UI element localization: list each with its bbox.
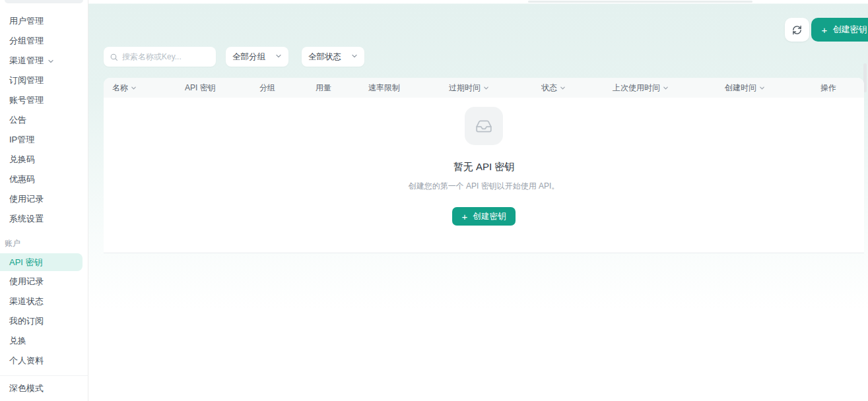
empty-state-subtitle: 创建您的第一个 API 密钥以开始使用 API。	[409, 181, 560, 192]
plus-icon: +	[462, 212, 468, 222]
column-header-rate-limit: 速率限制	[360, 82, 440, 94]
column-header-name[interactable]: 名称	[104, 82, 176, 94]
sidebar-item-system-settings[interactable]: 系统设置	[0, 209, 88, 229]
api-keys-table-card: 名称 API 密钥 分组 用量 速率限制 过期时间	[104, 78, 864, 253]
inbox-icon	[475, 117, 492, 135]
sidebar-item-label: 渠道状态	[9, 295, 44, 307]
search-icon	[110, 53, 118, 61]
sidebar-item-label: 兑换	[9, 335, 26, 347]
group-filter-select[interactable]: 全部分组	[226, 47, 288, 67]
sidebar-item-user-management[interactable]: 用户管理	[0, 11, 88, 31]
sidebar-item-ip-management[interactable]: IP管理	[0, 130, 88, 150]
horizontal-scrollbar[interactable]	[528, 1, 752, 3]
sidebar-item-label: 订阅管理	[9, 75, 44, 86]
sidebar-item-label: 使用记录	[9, 193, 44, 205]
dark-mode-label: 深色模式	[9, 383, 44, 394]
sidebar-item-redeem[interactable]: 兑换	[0, 331, 88, 351]
sidebar-item-redeem-codes[interactable]: 兑换码	[0, 150, 88, 170]
column-header-usage: 用量	[307, 82, 360, 94]
search-input[interactable]	[122, 52, 208, 61]
sidebar-item-profile[interactable]: 个人资料	[0, 351, 88, 371]
status-filter-select[interactable]: 全部状态	[302, 47, 364, 67]
sort-chevron-icon	[663, 84, 669, 93]
sort-chevron-icon	[759, 84, 765, 93]
sidebar-admin-nav: 用户管理 分组管理 渠道管理 订阅管理 账号管理 公告 IP管理	[0, 3, 88, 371]
sidebar-item-channel-status[interactable]: 渠道状态	[0, 292, 88, 311]
create-key-button-top[interactable]: + 创建密钥	[811, 18, 868, 42]
column-header-actions: 操作	[812, 82, 864, 94]
chevron-down-icon	[48, 58, 54, 65]
sidebar-item-label: 公告	[9, 114, 26, 126]
sidebar-item-coupon-codes[interactable]: 优惠码	[0, 170, 88, 189]
sidebar: 用户管理 分组管理 渠道管理 订阅管理 账号管理 公告 IP管理	[0, 0, 88, 401]
sidebar-item-announcements[interactable]: 公告	[0, 110, 88, 130]
main-content: + 创建密钥 全部分组 全部状态	[88, 0, 868, 401]
sidebar-item-my-subscription[interactable]: 我的订阅	[0, 311, 88, 331]
column-header-api-key: API 密钥	[176, 82, 251, 94]
column-header-expiry[interactable]: 过期时间	[440, 82, 533, 94]
sidebar-item-label: 账号管理	[9, 94, 44, 106]
empty-state-icon-box	[465, 107, 503, 145]
sidebar-section-account: 账户	[0, 238, 88, 249]
sidebar-item-label: 使用记录	[9, 276, 44, 288]
create-key-label: 创建密钥	[832, 24, 867, 36]
filter-row: 全部分组 全部状态	[104, 47, 364, 67]
chevron-down-icon	[351, 52, 358, 61]
sidebar-item-channel-management[interactable]: 渠道管理	[0, 51, 88, 71]
column-header-created[interactable]: 创建时间	[716, 82, 812, 94]
sidebar-footer: 深色模式	[0, 375, 88, 401]
sidebar-item-label: 用户管理	[9, 15, 44, 27]
sort-chevron-icon	[483, 84, 489, 93]
create-key-button-empty-state[interactable]: + 创建密钥	[452, 207, 516, 226]
sidebar-item-subscription-management[interactable]: 订阅管理	[0, 71, 88, 90]
status-filter-value: 全部状态	[308, 51, 341, 63]
app-window: 用户管理 分组管理 渠道管理 订阅管理 账号管理 公告 IP管理	[0, 0, 868, 401]
sort-chevron-icon	[560, 84, 566, 93]
sidebar-item-label: 系统设置	[9, 213, 44, 225]
sidebar-item-label: 个人资料	[9, 355, 44, 367]
sidebar-item-group-management[interactable]: 分组管理	[0, 31, 88, 51]
refresh-icon	[792, 25, 802, 35]
sidebar-item-label: 兑换码	[9, 154, 35, 166]
sidebar-item-label: 优惠码	[9, 173, 35, 185]
sidebar-item-label: 渠道管理	[9, 55, 44, 67]
empty-state-title: 暂无 API 密钥	[453, 161, 515, 173]
sidebar-item-usage-logs[interactable]: 使用记录	[0, 272, 88, 292]
sidebar-item-label: IP管理	[9, 134, 34, 146]
refresh-button[interactable]	[785, 18, 809, 42]
table-header-row: 名称 API 密钥 分组 用量 速率限制 过期时间	[104, 78, 864, 98]
column-header-last-used[interactable]: 上次使用时间	[604, 82, 716, 94]
empty-state: 暂无 API 密钥 创建您的第一个 API 密钥以开始使用 API。 + 创建密…	[104, 107, 864, 226]
column-header-status[interactable]: 状态	[533, 82, 604, 94]
sidebar-item-usage-logs-admin[interactable]: 使用记录	[0, 189, 88, 209]
dark-mode-toggle[interactable]: 深色模式	[0, 376, 88, 401]
sidebar-item-label: API 密钥	[9, 257, 43, 268]
sidebar-item-api-keys[interactable]: API 密钥	[0, 253, 83, 271]
chevron-down-icon	[275, 52, 282, 61]
sort-chevron-icon	[131, 84, 137, 93]
sidebar-item-account-management[interactable]: 账号管理	[0, 90, 88, 110]
create-key-label: 创建密钥	[473, 211, 506, 222]
sidebar-item-label: 我的订阅	[9, 315, 44, 327]
column-header-group: 分组	[251, 82, 307, 94]
group-filter-value: 全部分组	[232, 51, 265, 63]
search-box[interactable]	[104, 47, 216, 67]
plus-icon: +	[822, 25, 828, 35]
sidebar-item-label: 分组管理	[9, 35, 44, 47]
